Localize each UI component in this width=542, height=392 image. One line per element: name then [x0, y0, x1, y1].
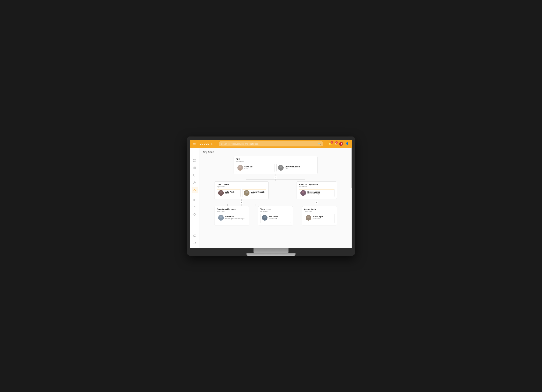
- ceo-dept-type: department: [236, 161, 315, 162]
- org-chart: CEO department Gevin Bell CEO: [203, 156, 348, 225]
- sidebar-bottom: ?: [192, 233, 198, 248]
- sidebar-item-modules[interactable]: [192, 197, 198, 203]
- h-line-1: [225, 179, 326, 181]
- svg-point-9: [194, 182, 195, 183]
- sidebar-item-people[interactable]: [192, 180, 198, 186]
- page-title: Org Chart: [203, 151, 214, 154]
- avatar-gevin: [237, 165, 243, 170]
- emp-role-rebecca: Financial Manager: [307, 193, 320, 195]
- svg-point-25: [239, 166, 241, 168]
- svg-rect-11: [194, 189, 195, 190]
- emp-info-julia: Julia Plush CMO: [225, 191, 234, 195]
- financial-dept-name: Financial Department: [299, 183, 335, 185]
- svg-point-31: [245, 191, 248, 193]
- chief-officers-dept-card[interactable]: Chief Officers department Julia Plush: [214, 181, 269, 199]
- svg-rect-22: [194, 235, 196, 236]
- emp-card-julia[interactable]: Julia Plush CMO: [217, 189, 241, 197]
- ops-managers-dept-card[interactable]: Operations Managers department: [214, 206, 249, 225]
- emp-card-austin[interactable]: Austin Piper Accountant: [304, 214, 335, 223]
- notifications-button[interactable]: 🔔 4: [329, 142, 332, 145]
- team-leads-dept-type: department: [260, 211, 291, 212]
- sidebar-item-home[interactable]: ⌂: [192, 150, 198, 156]
- avatar-julia: [218, 190, 224, 196]
- collapse-button-3[interactable]: −: [315, 201, 318, 204]
- language-flag[interactable]: 🇨🇦: [339, 142, 343, 146]
- svg-rect-17: [195, 190, 196, 191]
- v-line-1: [276, 174, 276, 176]
- emp-info-pavel: Pavel Bure Senior Operations Manager: [225, 216, 244, 219]
- h-spread: [246, 179, 305, 180]
- ceo-dept-card[interactable]: CEO department Gevin Bell CEO: [233, 156, 318, 174]
- emp-card-tom[interactable]: Tom Jones Team Lead: [260, 214, 291, 223]
- sidebar-divider: [192, 195, 197, 195]
- emp-name-austin: Austin Piper: [313, 216, 323, 218]
- emp-name-ludwig: Ludwig Schmidt: [251, 191, 264, 193]
- menu-icon[interactable]: ☰: [193, 142, 196, 146]
- scrollbar-track[interactable]: [351, 148, 352, 248]
- emp-card-austin-inner: Austin Piper Accountant: [306, 215, 323, 221]
- avatar-pavel: [218, 215, 224, 221]
- team-leads-dept-card[interactable]: Team Leads department Tom J: [258, 206, 293, 225]
- collapse-button-1[interactable]: −: [274, 176, 277, 179]
- ops-managers-dept-type: department: [217, 211, 247, 212]
- svg-rect-8: [194, 174, 196, 176]
- emp-name-julia: Julia Plush: [225, 191, 234, 193]
- emp-name-pavel: Pavel Bure: [225, 216, 244, 218]
- collapse-button-2[interactable]: −: [240, 201, 243, 204]
- svg-point-26: [238, 169, 242, 170]
- avatar-ludwig: [244, 190, 249, 196]
- sidebar-item-help[interactable]: ?: [192, 240, 198, 246]
- sidebar-item-documents[interactable]: [192, 165, 198, 171]
- emp-card-rebecca[interactable]: Rebecca Jones Financial Manager: [299, 189, 335, 197]
- emp-info-tom: Tom Jones Team Lead: [269, 216, 278, 219]
- app-logo: HUBBUBHR: [198, 142, 213, 145]
- emp-card-pavel-inner: Pavel Bure Senior Operations Manager: [218, 215, 244, 221]
- sidebar-item-messages2[interactable]: [192, 233, 198, 239]
- connector-financial-right: −: [297, 199, 337, 206]
- svg-rect-1: [195, 159, 196, 160]
- financial-dept-card[interactable]: Financial Department department Rebecca …: [297, 181, 337, 199]
- content-area[interactable]: Org Chart ⋮ CEO department: [199, 148, 352, 248]
- v-c2: [241, 204, 242, 206]
- svg-text:?: ?: [194, 243, 195, 244]
- ceo-employees: Gevin Bell CEO Clevey Thrustfield: [236, 164, 315, 172]
- svg-point-30: [219, 194, 223, 196]
- topnav: ☰ HUBBUBHR 🔍 🔔 4 ✉ 4 🇨🇦: [190, 140, 352, 148]
- scrollbar-thumb[interactable]: [351, 148, 352, 188]
- emp-name-gevin: Gevin Bell: [244, 166, 253, 168]
- sidebar-item-orgchart[interactable]: [192, 187, 198, 193]
- emp-card-clevey[interactable]: Clevey Thrustfield CEO: [276, 164, 315, 172]
- accountants-dept-card[interactable]: Accountants department Aust: [302, 206, 337, 225]
- emp-card-tom-inner: Tom Jones Team Lead: [262, 215, 278, 221]
- search-input[interactable]: [221, 143, 318, 145]
- logo-text: HUBBUBHR: [198, 142, 213, 145]
- svg-point-34: [301, 194, 305, 196]
- v-center: [276, 179, 276, 181]
- connector-chief-left: −: [214, 199, 269, 206]
- chief-officers-dept-type: department: [217, 186, 266, 187]
- ops-managers-employees: Pavel Bure Senior Operations Manager: [217, 214, 247, 223]
- svg-point-10: [195, 182, 195, 182]
- sidebar-item-chat[interactable]: [192, 172, 198, 178]
- avatar-austin: [306, 215, 311, 221]
- sidebar-item-security[interactable]: [192, 212, 198, 218]
- sidebar-item-dashboard[interactable]: [192, 158, 198, 164]
- accountants-employees: Austin Piper Accountant: [304, 214, 335, 223]
- emp-info-clevey: Clevey Thrustfield CEO: [285, 166, 300, 170]
- monitor-stand: [254, 248, 288, 253]
- emp-card-ludwig[interactable]: Ludwig Schmidt CFO: [242, 189, 266, 197]
- sidebar-item-rewards[interactable]: [192, 204, 198, 210]
- svg-rect-20: [194, 200, 195, 201]
- emp-name-tom: Tom Jones: [269, 216, 278, 218]
- user-profile-button[interactable]: 👤: [346, 142, 349, 145]
- emp-info-rebecca: Rebecca Jones Financial Manager: [307, 191, 320, 195]
- svg-rect-19: [195, 199, 196, 200]
- emp-card-gevin[interactable]: Gevin Bell CEO: [236, 164, 275, 172]
- search-bar[interactable]: 🔍: [219, 141, 323, 146]
- emp-card-pavel[interactable]: Pavel Bure Senior Operations Manager: [217, 214, 247, 223]
- messages-button[interactable]: ✉ 4: [335, 142, 337, 145]
- topnav-actions: 🔔 4 ✉ 4 🇨🇦 👤: [329, 142, 349, 146]
- more-options-button[interactable]: ⋮: [346, 150, 348, 154]
- emp-role-austin: Accountant: [313, 218, 323, 219]
- svg-point-32: [244, 194, 249, 196]
